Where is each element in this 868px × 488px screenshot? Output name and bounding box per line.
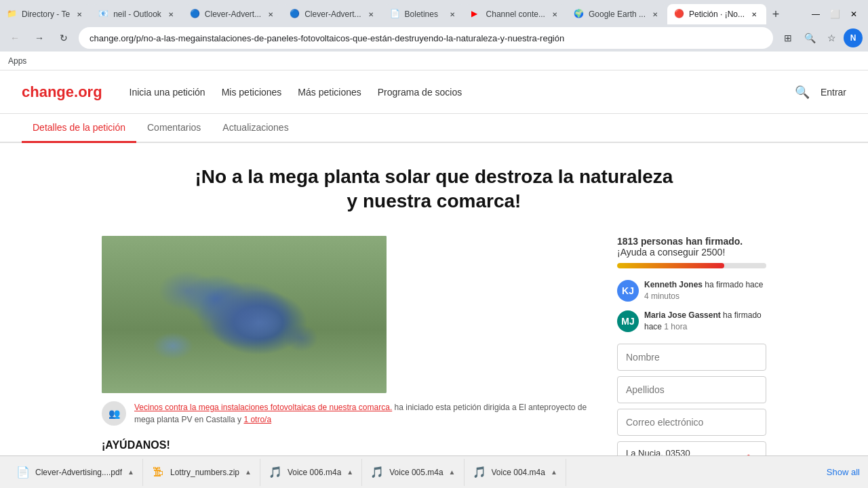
petition-org-icon: 👥	[102, 401, 126, 426]
tab-bar: 📁 Directory - Te ✕ 📧 neil - Outlook ✕ 🔵 …	[0, 0, 868, 24]
apps-bar: Apps	[0, 52, 868, 70]
tab-8[interactable]: 🔴 Petición · ¡No... ✕	[667, 4, 766, 24]
tab-7[interactable]: 🌍 Google Earth ... ✕	[567, 4, 667, 24]
tab-2[interactable]: 📧 neil - Outlook ✕	[92, 4, 183, 24]
show-all-button[interactable]: Show all	[827, 467, 860, 477]
download-icon-4: 🎵	[370, 466, 384, 479]
bookmark-icon[interactable]: ☆	[822, 28, 841, 47]
sig-person-1-time: 4 minutos	[644, 291, 679, 301]
sig-count: 1813 personas han firmado. ¡Ayuda a cons…	[617, 236, 766, 258]
sig-person-1-action: ha firmado hace	[705, 280, 763, 289]
nav-partners[interactable]: Programa de socios	[378, 87, 462, 98]
tab-8-favicon: 🔴	[674, 9, 685, 20]
email-input[interactable]	[617, 409, 766, 436]
sig-person-2: MJ Maria Jose Gassent ha firmado hace 1 …	[617, 310, 766, 333]
petition-org-link[interactable]: Vecinos contra la mega instalaciones fot…	[134, 403, 392, 412]
search-icon[interactable]: 🔍	[795, 85, 810, 100]
tab-1-close[interactable]: ✕	[74, 9, 85, 20]
profile-icon[interactable]: N	[844, 28, 863, 47]
site-logo[interactable]: change.org	[22, 83, 102, 101]
tab-1-label: Directory - Te	[22, 9, 70, 19]
petition-body: 👥 Vecinos contra la mega instalaciones f…	[102, 236, 766, 488]
site-nav-links: Inicia una petición Mis peticiones Más p…	[130, 87, 795, 98]
tab-2-close[interactable]: ✕	[165, 9, 176, 20]
sig-progress-fill	[617, 263, 724, 268]
minimize-button[interactable]: —	[807, 5, 825, 23]
tab-1-favicon: 📁	[7, 9, 18, 20]
forward-button[interactable]: →	[30, 28, 49, 47]
nav-start-petition[interactable]: Inicia una petición	[130, 87, 205, 98]
close-window-button[interactable]: ✕	[845, 5, 863, 23]
sub-navbar: Detalles de la petición Comentarios Actu…	[0, 114, 868, 143]
petition-title: ¡No a la mega planta solar que destroza …	[190, 165, 678, 214]
petition-image-section: 👥 Vecinos contra la mega instalaciones f…	[102, 236, 595, 488]
download-expand-3[interactable]: ▲	[347, 468, 353, 476]
tab-comments[interactable]: Comentarios	[136, 114, 212, 143]
tab-updates[interactable]: Actualizaciones	[212, 114, 299, 143]
nav-more-petitions[interactable]: Más peticiones	[298, 87, 361, 98]
tab-petition-details[interactable]: Detalles de la petición	[22, 114, 136, 143]
tab-3-close[interactable]: ✕	[265, 9, 276, 20]
translate-icon[interactable]: ⊞	[778, 28, 797, 47]
download-expand-1[interactable]: ▲	[127, 468, 134, 476]
download-expand-2[interactable]: ▲	[245, 468, 252, 476]
petition-ayudanos: ¡AYÚDANOS!	[102, 439, 595, 451]
download-icon-5: 🎵	[473, 466, 486, 479]
tab-5[interactable]: 📄 Boletines ✕	[383, 4, 465, 24]
tab-1[interactable]: 📁 Directory - Te ✕	[0, 4, 92, 24]
tab-5-close[interactable]: ✕	[447, 9, 458, 20]
petition-meta: 👥 Vecinos contra la mega instalaciones f…	[102, 401, 595, 426]
site-navbar: change.org Inicia una petición Mis petic…	[0, 70, 868, 114]
site-nav-actions: 🔍 Entrar	[795, 85, 846, 100]
login-button[interactable]: Entrar	[821, 87, 846, 98]
tab-6[interactable]: ▶ Channel conte... ✕	[465, 4, 567, 24]
tab-8-close[interactable]: ✕	[749, 9, 760, 20]
sig-person-1: KJ Kenneth Jones ha firmado hace 4 minut…	[617, 279, 766, 302]
sig-person-1-text: Kenneth Jones ha firmado hace 4 minutos	[644, 279, 766, 302]
surname-input[interactable]	[617, 376, 766, 403]
download-icon-3: 🎵	[269, 466, 282, 479]
petition-other-link[interactable]: 1 otro/a	[243, 415, 271, 424]
tab-3-favicon: 🔵	[190, 9, 201, 20]
download-item-5: 🎵 Voice 004.m4a ▲	[465, 459, 566, 486]
zoom-icon[interactable]: 🔍	[800, 28, 819, 47]
download-name-5: Voice 004.m4a	[492, 468, 545, 477]
sig-person-1-name: Kenneth Jones	[644, 280, 703, 289]
name-input[interactable]	[617, 344, 766, 371]
sig-count-number: 1813 personas han firmado.	[617, 236, 743, 247]
download-item-3: 🎵 Voice 006.m4a ▲	[260, 459, 362, 486]
tab-2-label: neil - Outlook	[113, 9, 161, 19]
maximize-button[interactable]: ⬜	[826, 5, 844, 23]
sig-person-2-name: Maria Jose Gassent	[644, 310, 721, 320]
tab-4[interactable]: 🔵 Clever-Advert... ✕	[283, 4, 382, 24]
address-input[interactable]	[79, 27, 773, 49]
download-name-1: Clever-Advertising....pdf	[35, 468, 122, 477]
sig-person-2-text: Maria Jose Gassent ha firmado hace 1 hor…	[644, 310, 766, 333]
download-bar: 📄 Clever-Advertising....pdf ▲ 🗜 Lottry_n…	[0, 455, 868, 488]
sig-goal-text: ¡Ayuda a conseguir 2500!	[617, 247, 725, 258]
tab-4-label: Clever-Advert...	[304, 9, 361, 19]
tab-7-close[interactable]: ✕	[650, 9, 660, 20]
tab-4-close[interactable]: ✕	[366, 9, 376, 20]
reload-button[interactable]: ↻	[54, 28, 73, 47]
browser-frame: 📁 Directory - Te ✕ 📧 neil - Outlook ✕ 🔵 …	[0, 0, 868, 70]
address-bar: ← → ↻ ⊞ 🔍 ☆ N	[0, 24, 868, 52]
tab-8-label: Petición · ¡No...	[689, 9, 745, 19]
back-button[interactable]: ←	[5, 28, 24, 47]
download-expand-5[interactable]: ▲	[551, 468, 557, 476]
tab-6-close[interactable]: ✕	[549, 9, 560, 20]
apps-link[interactable]: Apps	[8, 56, 26, 66]
download-name-2: Lottry_numbers.zip	[170, 468, 239, 477]
download-expand-4[interactable]: ▲	[449, 468, 456, 476]
tab-4-favicon: 🔵	[290, 9, 300, 20]
new-tab-button[interactable]: +	[766, 5, 785, 24]
signature-panel: 1813 personas han firmado. ¡Ayuda a cons…	[617, 236, 766, 488]
petition-meta-text: Vecinos contra la mega instalaciones fot…	[134, 401, 595, 426]
download-icon-1: 📄	[16, 466, 30, 479]
nav-my-petitions[interactable]: Mis peticiones	[222, 87, 282, 98]
sig-avatar-1: KJ	[617, 280, 639, 302]
sig-recent-list: KJ Kenneth Jones ha firmado hace 4 minut…	[617, 279, 766, 333]
download-icon-2: 🗜	[151, 466, 165, 479]
tab-3[interactable]: 🔵 Clever-Advert... ✕	[183, 4, 283, 24]
tab-7-favicon: 🌍	[574, 9, 585, 20]
